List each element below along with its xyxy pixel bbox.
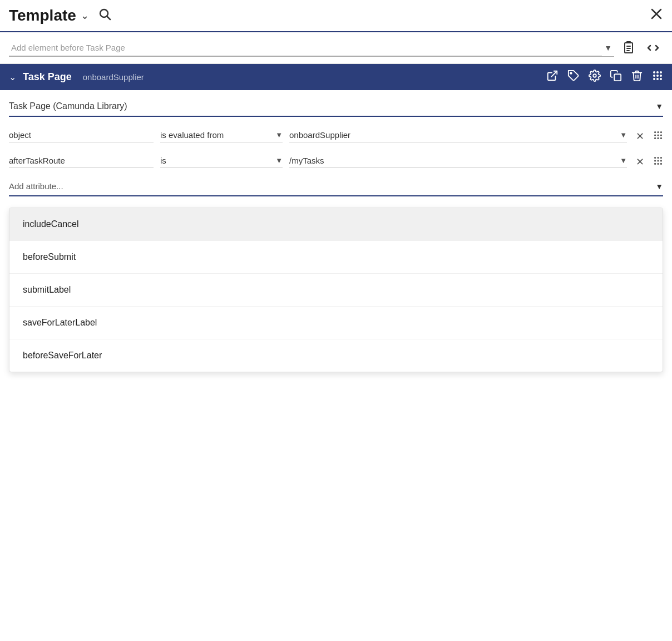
close-icon[interactable] <box>650 7 663 24</box>
svg-point-18 <box>653 78 655 80</box>
svg-point-31 <box>657 157 659 159</box>
svg-point-34 <box>657 160 659 161</box>
task-page-bar: ⌄ Task Page onboardSupplier <box>0 64 672 90</box>
svg-line-8 <box>551 71 557 77</box>
attr-drag-handle-1[interactable] <box>653 130 663 142</box>
add-element-chevron-icon[interactable]: ▼ <box>602 41 614 55</box>
svg-point-38 <box>660 163 662 165</box>
svg-point-14 <box>660 71 662 73</box>
svg-point-17 <box>660 75 662 77</box>
app-container: Template ⌄ Add element before Task Page … <box>0 0 672 372</box>
search-icon[interactable] <box>98 7 111 24</box>
operator-chevron-icon-1: ▼ <box>275 131 283 139</box>
attr-operator-dropdown-1[interactable]: is evaluated from ▼ <box>160 130 283 142</box>
attribute-dropdown-list: includeCancel beforeSubmit submitLabel s… <box>9 208 663 372</box>
attr-value-text-2: /myTasks <box>289 156 617 165</box>
attr-value-text-1: onboardSupplier <box>289 130 617 140</box>
svg-point-16 <box>656 75 659 77</box>
svg-point-25 <box>657 134 659 136</box>
svg-point-22 <box>657 131 659 133</box>
svg-point-12 <box>653 71 655 73</box>
svg-point-19 <box>656 78 659 80</box>
svg-point-30 <box>654 157 656 159</box>
add-attribute-input[interactable] <box>9 181 655 191</box>
svg-point-27 <box>654 137 656 139</box>
code-button[interactable] <box>643 38 663 58</box>
svg-point-24 <box>654 134 656 136</box>
attr-delete-button-2[interactable]: ✕ <box>634 156 646 168</box>
add-attribute-chevron-icon[interactable]: ▼ <box>655 182 663 191</box>
svg-line-1 <box>107 17 110 20</box>
attr-name-afterTaskRoute: afterTaskRoute <box>9 156 154 168</box>
svg-point-33 <box>654 160 656 161</box>
attribute-row: afterTaskRoute is ▼ /myTasks ▼ ✕ <box>9 156 663 170</box>
header: Template ⌄ <box>0 0 672 32</box>
content-area: Task Page (Camunda Library) ▼ object is … <box>0 90 672 208</box>
task-page-subtitle: onboardSupplier <box>83 72 144 82</box>
copy-icon[interactable] <box>610 70 622 85</box>
svg-point-32 <box>660 157 662 159</box>
operator-chevron-icon-2: ▼ <box>275 156 283 165</box>
dropdown-item-beforeSaveForLater[interactable]: beforeSaveForLater <box>9 339 663 372</box>
dropdown-item-saveForLaterLabel[interactable]: saveForLaterLabel <box>9 307 663 339</box>
attr-value-dropdown-2[interactable]: /myTasks ▼ <box>289 156 627 168</box>
svg-point-20 <box>660 78 662 80</box>
svg-point-37 <box>657 163 659 165</box>
attr-name-object: object <box>9 130 154 142</box>
attr-delete-button-1[interactable]: ✕ <box>634 130 646 142</box>
attr-operator-dropdown-2[interactable]: is ▼ <box>160 156 283 168</box>
svg-point-23 <box>660 131 662 133</box>
add-element-select[interactable]: Add element before Task Page <box>9 40 602 56</box>
svg-point-28 <box>657 137 659 139</box>
svg-point-10 <box>593 74 596 77</box>
clipboard-button[interactable] <box>619 38 639 58</box>
attr-drag-handle-2[interactable] <box>653 156 663 168</box>
task-page-title: Task Page <box>23 71 72 83</box>
task-page-chevron-icon[interactable]: ⌄ <box>9 72 16 82</box>
task-page-actions <box>546 70 663 85</box>
svg-point-9 <box>570 72 572 74</box>
gear-icon[interactable] <box>589 70 601 85</box>
tag-icon[interactable] <box>567 70 580 85</box>
svg-point-35 <box>660 160 662 161</box>
library-chevron-icon[interactable]: ▼ <box>655 102 663 111</box>
trash-icon[interactable] <box>631 70 643 85</box>
title-chevron-icon[interactable]: ⌄ <box>81 9 89 22</box>
svg-rect-11 <box>614 74 621 81</box>
attr-operator-text-2: is <box>160 156 273 165</box>
svg-point-26 <box>660 134 662 136</box>
attr-value-dropdown-1[interactable]: onboardSupplier ▼ <box>289 130 627 142</box>
library-dropdown[interactable]: Task Page (Camunda Library) <box>9 101 655 111</box>
toolbar-row: Add element before Task Page ▼ <box>0 32 672 64</box>
svg-point-15 <box>653 75 655 77</box>
library-row: Task Page (Camunda Library) ▼ <box>9 101 663 117</box>
svg-point-21 <box>654 131 656 133</box>
svg-point-13 <box>656 71 659 73</box>
svg-point-36 <box>654 163 656 165</box>
value-chevron-icon-2: ▼ <box>620 156 627 165</box>
attr-operator-text-1: is evaluated from <box>160 130 273 140</box>
dots-grid-icon[interactable] <box>652 70 663 84</box>
dropdown-item-submitLabel[interactable]: submitLabel <box>9 274 663 307</box>
attribute-row: object is evaluated from ▼ onboardSuppli… <box>9 130 663 145</box>
svg-point-29 <box>660 137 662 139</box>
app-title: Template <box>9 7 76 24</box>
external-link-icon[interactable] <box>546 70 559 85</box>
value-chevron-icon-1: ▼ <box>620 131 627 139</box>
dropdown-item-includeCancel[interactable]: includeCancel <box>9 208 663 241</box>
add-attribute-row: ▼ <box>9 181 663 196</box>
dropdown-item-beforeSubmit[interactable]: beforeSubmit <box>9 241 663 274</box>
